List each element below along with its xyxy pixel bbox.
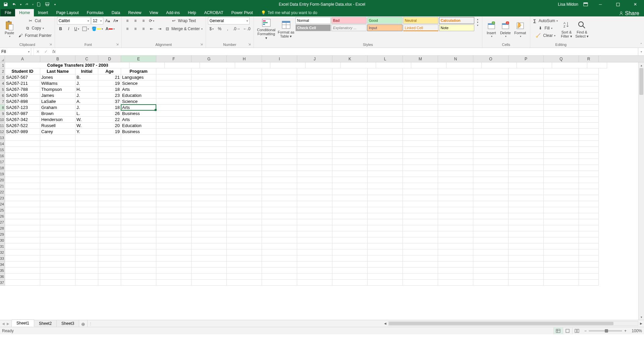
cell[interactable] [297,207,332,213]
cell[interactable] [192,213,227,219]
cell[interactable] [227,123,262,129]
qat-customize-icon[interactable]: ▾ [52,3,56,6]
cell[interactable] [438,274,473,280]
cell[interactable] [332,219,368,225]
cell[interactable] [121,243,156,249]
cancel-formula-icon[interactable]: ✕ [34,48,42,55]
bold-button[interactable]: B [57,25,64,33]
cell[interactable] [156,147,192,153]
cell[interactable] [227,141,262,147]
cell[interactable] [75,255,98,261]
cell[interactable] [403,147,438,153]
cell[interactable] [473,171,508,177]
cell[interactable] [544,255,579,261]
cell[interactable] [192,249,227,255]
cell[interactable] [75,141,98,147]
conditional-formatting-button[interactable]: ConditionalFormatting ▾ [256,17,277,41]
cell[interactable] [49,62,84,68]
cell[interactable] [297,171,332,177]
cell[interactable] [227,165,262,171]
cell[interactable] [403,111,438,117]
cell[interactable] [579,249,599,255]
zoom-slider[interactable] [589,330,622,332]
column-header[interactable]: C [75,56,98,62]
cell[interactable] [376,62,411,68]
cell[interactable] [332,231,368,237]
tab-help[interactable]: Help [184,9,200,16]
cell[interactable] [297,74,332,80]
row-header[interactable]: 25 [0,207,5,213]
decrease-decimal-button[interactable]: ←.0 [242,25,252,33]
cell[interactable] [5,219,40,225]
cell[interactable] [544,153,579,159]
number-launcher-icon[interactable]: ⇲ [248,43,252,47]
cell[interactable] [121,195,156,201]
cell[interactable] [165,62,200,68]
cell[interactable] [227,231,262,237]
cell[interactable] [98,183,121,189]
cell[interactable] [121,261,156,268]
cell[interactable] [297,111,332,117]
cell[interactable] [544,165,579,171]
cell[interactable] [156,219,192,225]
cell[interactable] [98,280,121,286]
cell[interactable] [297,195,332,201]
cell[interactable] [544,189,579,195]
cell[interactable] [297,243,332,249]
cell[interactable] [75,249,98,255]
cell[interactable]: J. [75,105,98,111]
cell[interactable] [192,183,227,189]
italic-button[interactable]: I [65,25,72,33]
cell[interactable] [544,213,579,219]
vertical-scrollbar[interactable]: ▴ ▾ [638,62,644,320]
cell[interactable] [98,207,121,213]
cell[interactable] [227,111,262,117]
cell[interactable] [332,129,368,135]
cell[interactable] [262,93,297,99]
cell[interactable] [332,225,368,231]
clipboard-launcher-icon[interactable]: ⇲ [49,43,53,47]
cell[interactable] [508,183,544,189]
cell[interactable] [508,274,544,280]
cell[interactable] [297,68,332,74]
cell[interactable]: SA267-123 [5,105,40,111]
cell[interactable] [5,177,40,183]
cell[interactable] [368,74,403,80]
cell[interactable] [544,207,579,213]
cell[interactable] [40,243,75,249]
cell[interactable] [121,201,156,207]
cell[interactable] [508,135,544,141]
cell[interactable] [75,183,98,189]
cell[interactable] [262,189,297,195]
align-middle-button[interactable]: ≡ [132,17,139,24]
cell[interactable] [262,195,297,201]
cell[interactable] [403,93,438,99]
row-header[interactable]: 6 [0,93,5,99]
cell[interactable] [40,189,75,195]
row-header[interactable]: 28 [0,225,5,231]
cell[interactable] [156,165,192,171]
cell[interactable] [75,177,98,183]
cell[interactable] [332,189,368,195]
gallery-up-icon[interactable]: ▴ [475,18,480,21]
cell[interactable] [508,123,544,129]
tab-home[interactable]: Home [15,9,34,16]
cell[interactable] [121,189,156,195]
cell[interactable] [192,68,227,74]
cell[interactable] [40,159,75,165]
gallery-down-icon[interactable]: ▾ [475,21,480,24]
cell[interactable]: J. [75,80,98,86]
cell[interactable] [579,93,599,99]
cell[interactable]: SA267-211 [5,80,40,86]
cell[interactable] [544,135,579,141]
cell[interactable] [227,219,262,225]
cell[interactable] [192,201,227,207]
cell[interactable] [75,189,98,195]
tab-view[interactable]: View [146,9,162,16]
normal-view-button[interactable] [553,328,563,334]
quick-print-icon[interactable] [44,1,51,8]
cell[interactable] [368,261,403,268]
tab-formulas[interactable]: Formulas [83,9,108,16]
cell[interactable] [403,243,438,249]
row-header[interactable]: 20 [0,177,5,183]
